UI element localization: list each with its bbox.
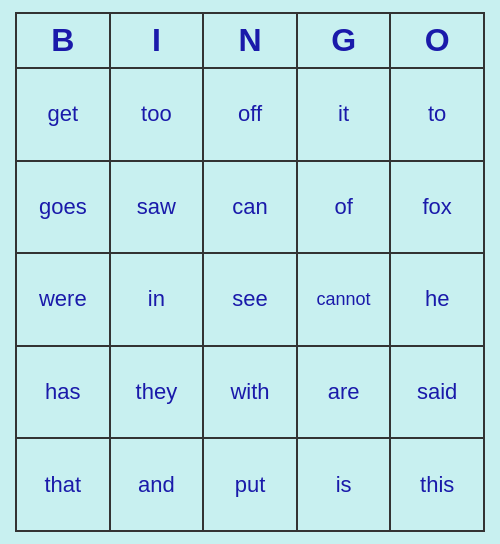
cell-3-4: said [391, 347, 483, 438]
bingo-body: get too off it to goes saw can of fox we… [17, 69, 483, 530]
header-n: N [204, 14, 298, 67]
cell-4-3: is [298, 439, 392, 530]
header-i: I [111, 14, 205, 67]
cell-2-1: in [111, 254, 205, 345]
bingo-header: B I N G O [17, 14, 483, 69]
cell-0-4: to [391, 69, 483, 160]
bingo-row: get too off it to [17, 69, 483, 162]
cell-2-0: were [17, 254, 111, 345]
bingo-row: has they with are said [17, 347, 483, 440]
cell-4-1: and [111, 439, 205, 530]
cell-0-0: get [17, 69, 111, 160]
cell-3-3: are [298, 347, 392, 438]
cell-0-1: too [111, 69, 205, 160]
cell-2-3: cannot [298, 254, 392, 345]
cell-4-4: this [391, 439, 483, 530]
cell-3-0: has [17, 347, 111, 438]
bingo-row: goes saw can of fox [17, 162, 483, 255]
cell-1-2: can [204, 162, 298, 253]
bingo-row: that and put is this [17, 439, 483, 530]
header-g: G [298, 14, 392, 67]
cell-3-1: they [111, 347, 205, 438]
header-b: B [17, 14, 111, 67]
bingo-row: were in see cannot he [17, 254, 483, 347]
bingo-card: B I N G O get too off it to goes saw can… [15, 12, 485, 532]
header-o: O [391, 14, 483, 67]
cell-1-1: saw [111, 162, 205, 253]
cell-0-2: off [204, 69, 298, 160]
cell-1-3: of [298, 162, 392, 253]
cell-2-2: see [204, 254, 298, 345]
cell-0-3: it [298, 69, 392, 160]
cell-3-2: with [204, 347, 298, 438]
cell-1-0: goes [17, 162, 111, 253]
cell-4-0: that [17, 439, 111, 530]
cell-4-2: put [204, 439, 298, 530]
cell-2-4: he [391, 254, 483, 345]
cell-1-4: fox [391, 162, 483, 253]
